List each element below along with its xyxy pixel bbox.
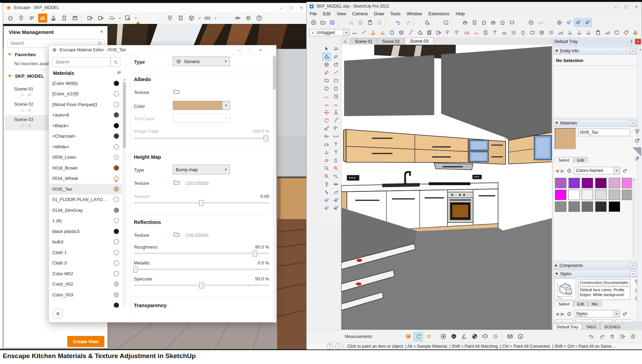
maximize-button[interactable]: □: [245, 45, 255, 54]
TAGS[interactable]: TAGS: [582, 324, 600, 330]
style-name-input[interactable]: [578, 279, 630, 286]
coil-tool-icon[interactable]: [500, 28, 508, 37]
image-fade-slider[interactable]: [134, 138, 269, 139]
color-dropdown-button[interactable]: ▼: [222, 101, 230, 110]
Window[interactable]: Window: [403, 11, 425, 16]
rotated-rectangle-icon[interactable]: [332, 77, 340, 85]
open-icon[interactable]: [319, 18, 327, 27]
components-header[interactable]: Components ×: [553, 262, 637, 269]
toolbar-gap[interactable]: [144, 14, 164, 23]
Select[interactable]: Select: [555, 157, 573, 163]
section-display-icon[interactable]: [332, 196, 340, 204]
tray-header[interactable]: Default Tray ×: [552, 37, 642, 46]
favorites-section-header[interactable]: Favorites: [8, 52, 36, 57]
pan-tool-icon[interactable]: [332, 156, 340, 164]
roughness-slider[interactable]: [134, 253, 269, 254]
color-swatch[interactable]: [609, 190, 620, 200]
forward-icon[interactable]: ▶: [561, 311, 564, 317]
corner-tool2-icon[interactable]: [453, 28, 462, 37]
styles-header[interactable]: Styles ×: [553, 270, 637, 278]
plane-tool-icon[interactable]: [528, 28, 537, 37]
texture-folder-icon[interactable]: [173, 231, 180, 238]
light-view-icon[interactable]: [49, 14, 58, 23]
add-circle-icon[interactable]: [309, 18, 318, 27]
[Wood Floor Parquet]1[interactable]: [Wood Floor Parquet]1: [50, 99, 122, 110]
enscape-logo-icon[interactable]: [403, 332, 412, 341]
Edit[interactable]: Edit: [320, 11, 334, 16]
follow-me-icon[interactable]: [332, 116, 340, 124]
display-secondary-pane-icon[interactable]: [634, 128, 641, 135]
create-view-button[interactable]: Create View: [67, 336, 104, 347]
swatch-scrollbar[interactable]: ▲: [632, 178, 636, 259]
circle-sketch-icon[interactable]: [388, 28, 396, 37]
general-settings-icon[interactable]: [244, 14, 253, 23]
section-display-icon[interactable]: [574, 18, 582, 27]
close-button[interactable]: ×: [631, 2, 642, 11]
use-albedo-link[interactable]: Use Albedo: [186, 180, 209, 185]
freehand-tool-icon[interactable]: [332, 69, 340, 77]
undo-icon[interactable]: [394, 18, 403, 27]
protractor-tool-icon[interactable]: [322, 140, 331, 148]
exe-standalone-icon[interactable]: [123, 14, 132, 23]
tag-tool-icon[interactable]: [332, 61, 340, 69]
Cloth 1[interactable]: Cloth 1: [50, 247, 122, 258]
chevron-down-icon[interactable]: [198, 14, 201, 23]
wedge-tool-icon[interactable]: [556, 28, 565, 37]
collections-dropdown[interactable]: Colors-Named ▼: [574, 167, 620, 174]
corner-tool-icon[interactable]: [444, 28, 452, 37]
toolbar-separator[interactable]: [451, 18, 460, 27]
slider-handle[interactable]: [199, 200, 204, 206]
building-box-icon[interactable]: [470, 18, 479, 27]
albedo-color-swatch[interactable]: [173, 101, 222, 110]
start-enscape-icon[interactable]: [439, 332, 448, 341]
slider-handle[interactable]: [133, 267, 138, 272]
[Color M09]1[interactable]: [Color M09]1: [50, 78, 122, 89]
arc-tool-icon[interactable]: [322, 101, 331, 109]
panorama-360-icon[interactable]: [107, 14, 116, 23]
section-plane-icon[interactable]: [565, 18, 573, 27]
material-search-input[interactable]: [53, 60, 110, 64]
paste-icon[interactable]: [366, 18, 374, 27]
0009_Linen[interactable]: 0009_Linen: [50, 152, 122, 163]
live-update-icon[interactable]: [414, 332, 423, 341]
texture-folder-icon[interactable]: [173, 88, 180, 95]
back-icon[interactable]: ◀: [555, 168, 559, 173]
Scene 03[interactable]: Scene 03: [405, 37, 434, 45]
home-icon[interactable]: [566, 311, 572, 317]
dimension-tool-icon[interactable]: [332, 132, 340, 140]
two-point-arc-icon[interactable]: [322, 93, 331, 101]
save-icon[interactable]: [328, 18, 336, 27]
Draw[interactable]: Draw: [371, 11, 387, 16]
asset-library-icon[interactable]: [60, 14, 69, 23]
dialog-scrollbar[interactable]: [273, 55, 276, 321]
View[interactable]: View: [334, 11, 349, 16]
axes-target-icon[interactable]: [555, 18, 564, 27]
edit-pencil-icon[interactable]: [20, 93, 25, 97]
about-info-icon[interactable]: [516, 332, 525, 341]
toolbar-separator[interactable]: [432, 18, 441, 27]
color-swatch[interactable]: [595, 178, 607, 188]
section-plane-icon[interactable]: [322, 196, 331, 204]
bezier-tool-icon[interactable]: [350, 28, 359, 37]
polygon-tool-icon[interactable]: [332, 85, 340, 93]
upload-management-icon[interactable]: [480, 332, 489, 341]
color-swatch[interactable]: [568, 190, 580, 200]
add-location-icon[interactable]: [527, 18, 535, 27]
ramp-tool-icon[interactable]: [603, 28, 611, 37]
text-tool-icon[interactable]: [332, 140, 340, 148]
section-cut-icon[interactable]: [322, 204, 331, 212]
Cloth 3[interactable]: Cloth 3: [50, 258, 122, 269]
branch-tool-icon[interactable]: [566, 28, 574, 37]
0034_Wheat[interactable]: 0034_Wheat: [50, 173, 122, 184]
waypoint-tool-icon[interactable]: [360, 28, 368, 37]
axes-tool-icon[interactable]: [378, 28, 387, 37]
orbit-tool-icon[interactable]: [332, 45, 340, 53]
cut-icon[interactable]: [347, 18, 356, 27]
building-hip-icon[interactable]: [461, 18, 469, 27]
export-icon[interactable]: [618, 332, 627, 341]
vr-headset-icon[interactable]: [203, 14, 212, 23]
paint-details-icon[interactable]: [622, 168, 627, 173]
slider-handle[interactable]: [264, 136, 268, 141]
0035_Tan[interactable]: 0035_Tan: [50, 184, 122, 194]
toolbar-separator[interactable]: [546, 18, 554, 27]
